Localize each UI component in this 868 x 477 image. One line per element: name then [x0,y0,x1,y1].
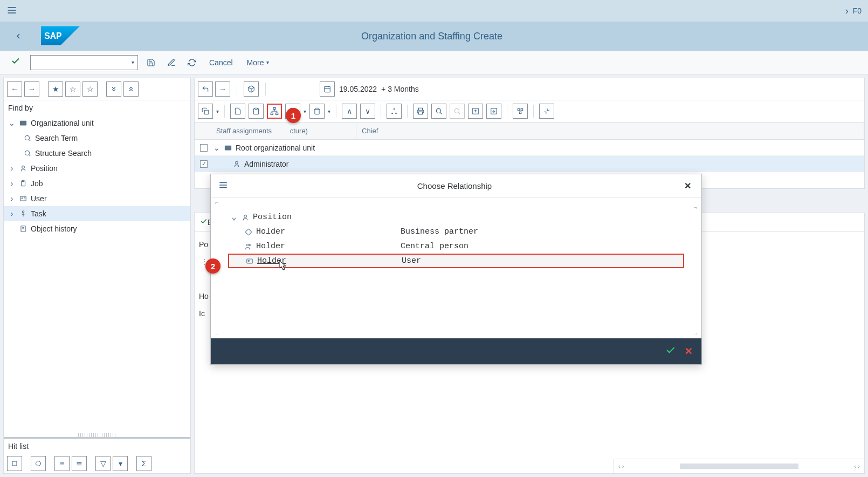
table-row[interactable]: ⌄ Root organizational unit [195,140,864,156]
dialog-tree-root[interactable]: ⌄ Position [228,210,684,224]
favorite-remove-button[interactable]: ☆ [82,81,98,97]
hit-btn-filter[interactable]: ▽ [95,456,111,471]
table-row[interactable]: Administrator [195,156,864,172]
scroll-left-icon[interactable]: ‹ › [618,463,624,469]
import-button[interactable] [468,104,483,119]
option-label: Holder [257,256,286,265]
accept-icon[interactable] [200,216,208,228]
svg-marker-61 [245,229,252,235]
option-type: Central person [401,242,682,251]
nav-back-button[interactable]: ← [7,81,22,97]
svg-line-45 [440,112,442,114]
svg-point-8 [25,151,29,155]
nav-forward-button[interactable]: → [24,81,39,97]
calendar-button[interactable] [320,81,335,97]
collapse-all-button[interactable] [123,81,139,97]
find-by-label: Find by [4,100,190,115]
collapse2-button[interactable] [539,104,554,119]
svg-rect-32 [273,107,275,109]
row-checkbox[interactable] [200,160,208,168]
hit-btn-3[interactable]: ≡ [54,456,70,471]
search-icon [23,149,32,158]
move-up-button[interactable]: ∧ [342,104,357,119]
chevron-down-icon[interactable]: ▾ [216,108,219,114]
chevron-down-icon: ⌄ [230,212,238,222]
forward-icon[interactable]: › [845,5,849,17]
command-input[interactable]: ▾ [30,55,138,70]
dialog-option-business-partner[interactable]: Holder Business partner [228,224,684,239]
sap-logo: SAP [41,26,80,47]
row-checkbox[interactable] [200,144,208,152]
ok-button[interactable] [665,345,676,358]
cancel-button[interactable]: Cancel [205,58,237,67]
idcard-icon [245,257,254,265]
tree-item-structure-search[interactable]: Structure Search [4,146,190,161]
tree-item-user[interactable]: › User [4,191,190,206]
back-button[interactable] [9,26,28,46]
org-icon [19,119,27,127]
new-page-button[interactable] [230,104,245,119]
edit-icon[interactable] [164,55,179,70]
accept-icon[interactable] [6,56,25,69]
svg-point-62 [247,244,249,246]
hit-btn-filter-menu[interactable]: ▾ [113,456,128,471]
tree-item-job[interactable]: › Job [4,176,190,191]
chevron-down-icon[interactable]: ▾ [328,108,330,114]
hit-btn-2[interactable] [31,456,46,471]
dialog-option-central-person[interactable]: Holder Central person [228,239,684,254]
chevron-right-icon: › [8,164,16,173]
tree-item-object-history[interactable]: Object history [4,221,190,236]
tree-item-search-term[interactable]: Search Term [4,131,190,146]
structure-button[interactable] [513,104,528,119]
svg-rect-33 [271,113,273,114]
chevron-down-icon[interactable]: ▾ [304,108,306,114]
tree-item-org-unit[interactable]: ⌄ Organizational unit [4,115,190,131]
move-down-button[interactable]: ∨ [360,104,375,119]
cancel-button[interactable]: ✕ [685,345,693,357]
dialog-option-user[interactable]: Holder User [228,254,684,268]
favorite-add-button[interactable]: ★ [48,81,63,97]
scroll-area: ‹ › ‹ › [614,459,865,474]
save-icon[interactable] [143,55,159,70]
more-button[interactable]: More ▾ [243,58,273,67]
paste-button[interactable] [249,104,264,119]
hierarchy-button[interactable] [387,104,402,119]
favorite-button[interactable]: ☆ [65,81,80,97]
svg-rect-41 [391,113,392,114]
tree-item-label: Search Term [35,134,78,142]
column-header-staff: Staff assignments cture) [195,122,356,139]
hit-list-label: Hit list [4,437,190,454]
hit-btn-sum[interactable]: Σ [136,456,151,471]
svg-rect-54 [519,112,521,114]
search2-button[interactable] [431,104,446,119]
cube-button[interactable] [244,81,259,97]
scrollbar-thumb[interactable] [680,464,798,469]
dialog-footer: ✕ [211,338,701,364]
chevron-down-icon: ▾ [266,59,269,65]
corner-bracket: ⌞ [215,330,218,336]
expand-all-button[interactable] [106,81,121,97]
tree-item-position[interactable]: › Position [4,161,190,176]
tree-item-task[interactable]: › Task [4,206,190,221]
scroll-right-icon[interactable]: ‹ › [855,463,860,469]
print-button[interactable] [413,104,428,119]
export-button[interactable] [486,104,501,119]
close-icon[interactable]: ✕ [681,180,694,193]
copy-button[interactable] [198,104,213,119]
undo-button[interactable] [198,81,213,97]
menu-icon[interactable] [218,180,228,192]
option-type: User [402,256,681,265]
topbar-label: F0 [853,6,862,15]
org-chart-button[interactable] [267,104,282,119]
redo-button[interactable]: → [215,81,230,97]
hit-btn-1[interactable] [7,456,22,471]
svg-rect-23 [12,461,17,466]
person-icon [232,160,241,168]
drag-handle[interactable] [78,433,115,437]
menu-icon[interactable] [6,5,17,17]
hit-btn-4[interactable]: ≣ [72,456,87,471]
refresh-icon[interactable] [184,55,199,70]
tree-item-label: Position [31,164,58,173]
search-next-button[interactable] [450,104,465,119]
delete-button[interactable] [309,104,325,119]
